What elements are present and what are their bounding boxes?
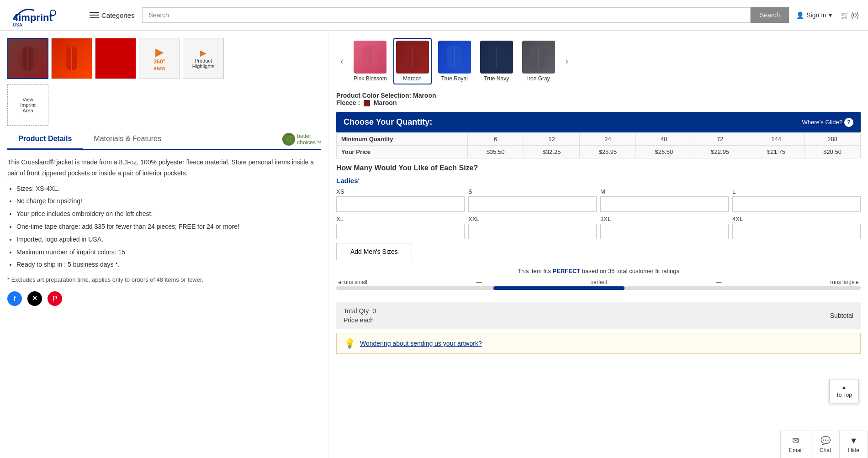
size-xl-label: XL — [336, 216, 465, 222]
size-4xl-label: 4XL — [732, 216, 861, 222]
size-grid-row2: XL XXL 3XL 4XL — [336, 216, 861, 239]
size-question: How Many Would You Like of Each Size? — [336, 164, 861, 172]
bullet-5: Imported, logo applied in USA. — [16, 234, 321, 245]
artwork-link[interactable]: Wondering about sending us your artwork? — [360, 340, 482, 347]
product-color-label: Product Color Selection: — [336, 92, 411, 99]
size-xl-input[interactable] — [336, 224, 465, 239]
swatch-next-button[interactable]: › — [561, 56, 572, 67]
fit-bar — [336, 286, 861, 290]
size-xs-label: XS — [336, 188, 465, 195]
chat-icon: 💬 — [820, 436, 831, 446]
view-imprint-label: ViewImprintArea — [20, 97, 36, 113]
swatch-royal-label: True Royal — [441, 75, 468, 82]
swatch-pink-blossom[interactable]: Pink Blossom — [351, 38, 390, 84]
product-color-value: Maroon — [413, 92, 436, 99]
swatch-iron-gray[interactable]: Iron Gray — [519, 38, 558, 84]
tab-product-details-label: Product Details — [18, 135, 72, 142]
better-choices-icon: 🌿 — [282, 133, 295, 146]
hide-label: Hide — [848, 447, 859, 453]
tab-product-details[interactable]: Product Details — [7, 129, 83, 150]
size-xxl-input[interactable] — [468, 224, 597, 239]
chat-button[interactable]: 💬 Chat — [811, 431, 840, 458]
social-icons: f ✕ P — [7, 291, 321, 306]
where-glide-button[interactable]: Where's Glide? ? — [802, 118, 853, 127]
email-label: Email — [789, 447, 803, 453]
swatch-royal-img — [438, 41, 471, 74]
swatch-gray-img — [522, 41, 555, 74]
search-area: Search — [142, 7, 789, 23]
qty-24: 24 — [580, 133, 636, 146]
size-3xl-input[interactable] — [600, 224, 729, 239]
swatch-maroon-img — [396, 41, 429, 74]
subtotal-label: Subtotal — [830, 312, 853, 319]
add-mens-button[interactable]: Add Men's Sizes — [336, 243, 412, 260]
product-footnote: * Excludes art preparation time, applies… — [7, 275, 321, 285]
qty-72: 72 — [692, 133, 748, 146]
logo[interactable]: 4imprint USA — [9, 4, 82, 26]
thumbnail-2[interactable] — [51, 38, 92, 79]
price-48: $26.50 — [636, 146, 692, 158]
x-twitter-icon[interactable]: ✕ — [27, 291, 42, 306]
thumbnail-gallery: ▶ 360°view ▶ ProductHighlights — [7, 38, 321, 79]
fit-highlight: PERFECT — [553, 268, 581, 274]
categories-button[interactable]: Categories — [90, 11, 135, 19]
size-group-label: Ladies' — [336, 177, 861, 184]
sign-in-button[interactable]: 👤 Sign In ▾ — [796, 11, 832, 19]
view-imprint-area[interactable]: ViewImprintArea — [7, 84, 48, 126]
email-icon: ✉ — [792, 436, 799, 446]
swatch-navy-img — [480, 41, 513, 74]
size-4xl-group: 4XL — [732, 216, 861, 239]
bullet-7: Ready to ship in : 5 business days *. — [16, 259, 321, 270]
hide-button[interactable]: ▼ Hide — [840, 431, 868, 458]
thumbnail-highlights[interactable]: ▶ ProductHighlights — [183, 38, 224, 79]
qty-144: 144 — [748, 133, 804, 146]
size-l-input[interactable] — [732, 196, 861, 212]
cart-icon: 🛒 — [841, 11, 849, 19]
svg-text:USA: USA — [13, 22, 22, 26]
price-288: $20.50 — [804, 146, 861, 158]
swatch-prev-button[interactable]: ‹ — [336, 56, 347, 67]
facebook-icon[interactable]: f — [7, 291, 22, 306]
better-choices-badge: 🌿 betterchoices™ — [282, 133, 321, 146]
bullet-1: Sizes: XS-4XL. — [16, 184, 321, 195]
search-button[interactable]: Search — [751, 7, 789, 23]
swatch-true-navy[interactable]: True Navy — [477, 38, 516, 84]
qty-288: 288 — [804, 133, 861, 146]
pinterest-icon[interactable]: P — [48, 291, 62, 306]
fit-bar-fill — [493, 286, 625, 290]
svg-text:4imprint: 4imprint — [13, 12, 53, 23]
cart-button[interactable]: 🛒 (0) — [841, 11, 859, 19]
thumbnail-product-highlights: ▶ ProductHighlights — [183, 38, 223, 79]
thumbnail-jacket-dark — [8, 39, 48, 78]
fleece-label: Fleece : — [336, 99, 360, 106]
search-input[interactable] — [142, 7, 751, 23]
quantity-section: Choose Your Quantity: Where's Glide? ? — [336, 112, 861, 132]
fit-labels: ◂ runs small — perfect — runs large ▸ — [336, 279, 861, 285]
fit-text-suffix: based on 35 total customer fit ratings — [582, 268, 679, 274]
cart-count: (0) — [851, 11, 859, 19]
tab-materials[interactable]: Materials & Features — [83, 129, 172, 150]
bullet-3: Your price includes embroidery on the le… — [16, 209, 321, 220]
thumbnail-swatch[interactable] — [95, 38, 136, 79]
thumbnail-1[interactable] — [7, 38, 48, 79]
to-top-label: To Top — [836, 392, 852, 398]
fleece-color-value: Maroon — [374, 99, 397, 106]
size-xs-input[interactable] — [336, 196, 465, 212]
thumbnail-swatch-red — [95, 38, 136, 79]
product-details-content: This Crossland® jacket is made from a 8.… — [7, 150, 321, 313]
to-top-button[interactable]: ▲ To Top — [829, 379, 859, 403]
thumbnail-360[interactable]: ▶ 360°view — [139, 38, 180, 79]
size-m-group: M — [600, 188, 729, 212]
swatch-true-royal[interactable]: True Royal — [435, 38, 474, 84]
size-s-input[interactable] — [468, 196, 597, 212]
size-4xl-input[interactable] — [732, 224, 861, 239]
artwork-icon: 💡 — [344, 338, 355, 349]
qty-12: 12 — [524, 133, 580, 146]
header-right: 👤 Sign In ▾ 🛒 (0) — [796, 11, 859, 19]
swatch-maroon[interactable]: Maroon — [393, 38, 432, 84]
size-m-label: M — [600, 188, 729, 195]
email-button[interactable]: ✉ Email — [781, 431, 811, 458]
swatch-pink-label: Pink Blossom — [354, 75, 387, 82]
bullet-6: Maximum number of imprint colors: 15 — [16, 247, 321, 258]
size-m-input[interactable] — [600, 196, 729, 212]
